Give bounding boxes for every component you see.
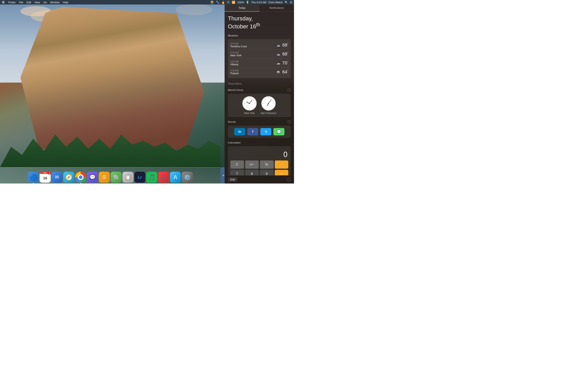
menubar-edit[interactable]: Edit (26, 1, 31, 4)
social-twitter-button[interactable]: 𝕏 (260, 128, 271, 135)
time-machine-icon[interactable]: ⏱ (227, 1, 230, 4)
dock-item-music[interactable]: 🎶 (158, 172, 169, 183)
social-linkedin-button[interactable]: in (234, 128, 245, 135)
dock-item-templates[interactable]: 📋 (122, 172, 134, 183)
social-info-icon[interactable]: i (287, 120, 291, 124)
dock-dot-finder (33, 183, 34, 184)
svg-point-17 (268, 103, 269, 104)
weather-info-0: 9:20 AM Tomkins Cove (230, 42, 274, 48)
svg-point-8 (249, 103, 250, 104)
menubar-go[interactable]: Go (43, 1, 47, 4)
battery-icon: 🔋 (246, 1, 249, 4)
dock-item-calendar[interactable]: OCT 16 2 (40, 172, 51, 183)
dock-item-evernote[interactable]: 🐘 (111, 172, 122, 183)
weather-section-title: Weather (228, 34, 238, 37)
analog-clock-new-york (242, 96, 257, 110)
weather-temp-1: 68° (282, 51, 288, 57)
social-section-title: Social (228, 120, 236, 123)
weather-icon-0: ☁ (276, 43, 280, 48)
weather-location-3: Poland (230, 72, 274, 75)
calc-button-multiply[interactable]: × (275, 170, 288, 175)
weather-row-3: 9:20 AM Poland 🌧 64° (230, 68, 288, 76)
notification-center-icon[interactable]: ☰ (290, 1, 292, 4)
dock: 🔵 OCT 16 2 ✉ 🧭 💬 S 🐘 📋 Lr 🎵 (0, 167, 221, 184)
dock-item-chrome[interactable] (75, 172, 86, 183)
world-clock-widget: New York (228, 94, 291, 117)
menubar-file[interactable]: File (19, 1, 23, 4)
menubar: ⌘ Finder File Edit View Go Window Help 📦… (0, 0, 294, 4)
wifi-icon[interactable]: 📶 (232, 1, 235, 4)
world-clock-info-icon[interactable]: i (287, 89, 291, 92)
calc-button-8[interactable]: 8 (245, 170, 259, 175)
dock-item-spotify[interactable]: 🎵 (146, 172, 157, 183)
weather-location-0: Tomkins Cove (230, 45, 274, 48)
dock-item-phonea[interactable]: 💬 (87, 172, 98, 183)
analog-clock-san-francisco (261, 96, 276, 110)
calculator-display: 0 (230, 149, 288, 160)
apple-menu[interactable]: ⌘ (2, 0, 5, 4)
world-clock-section-title: World Clock (228, 89, 243, 92)
social-facebook-button[interactable]: f (247, 128, 258, 135)
search-icon[interactable]: 🔍 (285, 1, 288, 4)
date-ordinal: th (256, 22, 260, 27)
weather-info-2: 9:20 AM Albany (230, 60, 274, 66)
date-day-of-week: Thursday, (228, 15, 291, 22)
weather-show-more[interactable]: Show More... (228, 81, 291, 86)
clock-svg-san-francisco (262, 97, 275, 110)
clock-label-new-york: New York (244, 112, 255, 115)
social-section-header: Social i (228, 120, 291, 124)
calculator-section-title: Calculator (228, 141, 241, 144)
clock-container: New York (230, 96, 288, 115)
world-clock-section-header: World Clock i (228, 89, 291, 92)
rock-formation (20, 6, 204, 149)
date-display: Thursday, October 16th (228, 15, 291, 30)
calculator-section-header: Calculator (228, 141, 291, 144)
calc-button-percent[interactable]: % (260, 160, 274, 169)
weather-section-header: Weather (228, 34, 291, 37)
weather-time-0: 9:20 AM (230, 42, 274, 45)
weather-temp-2: 70° (282, 60, 288, 66)
date-month-day: October 16th (228, 22, 291, 30)
dock-item-airmail[interactable]: ✉ (52, 172, 62, 183)
weather-info-1: 9:20 AM New York (230, 51, 274, 57)
flame-icon[interactable]: 🔥 (221, 1, 225, 4)
dock-item-appstore[interactable]: A (170, 172, 181, 183)
menubar-window[interactable]: Window (50, 1, 60, 4)
tool-icon[interactable]: 🔧 (216, 1, 219, 4)
battery-status: 100% (237, 1, 244, 4)
datetime-display: Thu 9:23 AM (251, 1, 266, 4)
calc-button-7[interactable]: 7 (230, 170, 244, 175)
edit-button[interactable]: Edit (228, 177, 237, 182)
weather-temp-0: 68° (282, 42, 288, 48)
weather-icon-2: ☁ (276, 60, 280, 66)
weather-time-2: 9:20 AM (230, 60, 274, 63)
menubar-finder[interactable]: Finder (8, 1, 16, 4)
dropbox-icon[interactable]: 📦 (210, 1, 214, 4)
calc-button-divide[interactable]: ÷ (275, 160, 288, 169)
menubar-right: 📦 🔧 🔥 ⏱ 📶 100% 🔋 Thu 9:23 AM Chris Welch… (210, 1, 294, 4)
weather-time-3: 9:20 AM (230, 69, 274, 72)
weather-info-3: 9:20 AM Poland (230, 69, 274, 75)
tab-notifications[interactable]: Notifications (259, 4, 294, 12)
social-icons: in f 𝕏 💬 (230, 128, 288, 135)
tab-today[interactable]: Today (225, 4, 259, 12)
weather-row-0: 9:20 AM Tomkins Cove ☁ 68° (230, 41, 288, 50)
menubar-help[interactable]: Help (63, 1, 68, 4)
menubar-view[interactable]: View (34, 1, 40, 4)
clock-svg-new-york (243, 97, 256, 110)
cloud-3 (176, 4, 212, 15)
weather-icon-1: ☁ (276, 52, 280, 57)
social-messages-button[interactable]: 💬 (273, 128, 285, 135)
calc-button-9[interactable]: 9 (260, 170, 274, 175)
footer-info-icon[interactable]: i (287, 178, 291, 182)
dock-item-lightroom[interactable]: Lr (134, 172, 145, 183)
dock-item-syspref[interactable]: ⚙️ (182, 172, 193, 183)
dock-item-slides[interactable]: S (99, 172, 110, 183)
weather-temp-3: 64° (282, 69, 288, 75)
calc-button-c[interactable]: C (230, 160, 244, 169)
dock-item-safari[interactable]: 🧭 (63, 172, 74, 183)
weather-widget: 9:20 AM Tomkins Cove ☁ 68° 9:20 AM New Y… (228, 39, 291, 78)
weather-row-1: 9:20 AM New York ☁ 68° (230, 50, 288, 59)
dock-item-finder[interactable]: 🔵 (28, 172, 39, 183)
calc-button-plus-minus[interactable]: +/− (245, 160, 259, 169)
